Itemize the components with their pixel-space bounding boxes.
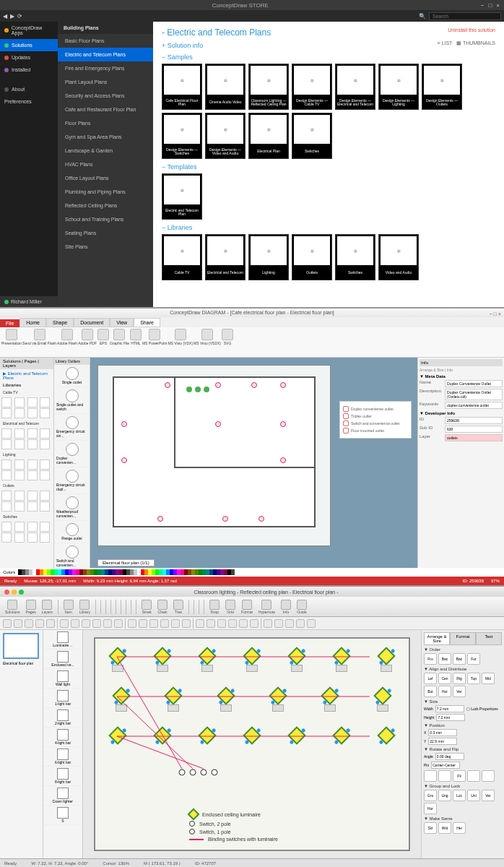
outlet[interactable]	[222, 516, 228, 522]
luminaire[interactable]	[377, 647, 395, 665]
shape-stencil[interactable]	[40, 470, 50, 480]
shape-stencil[interactable]	[40, 522, 50, 532]
outlet[interactable]	[121, 457, 127, 463]
tool-icon[interactable]	[307, 619, 316, 628]
toolbar-button[interactable]: Library	[77, 600, 92, 614]
category-item[interactable]: Gym and Spa Area Plans	[58, 130, 153, 144]
inspector-button[interactable]: Loc	[453, 790, 466, 801]
inspector-button[interactable]: Ver	[482, 790, 495, 801]
category-item[interactable]: Seating Plans	[58, 226, 153, 240]
ribbon-button[interactable]: HTML	[130, 329, 142, 355]
luminaire[interactable]	[153, 726, 171, 744]
field-name[interactable]: Duplex Convenience Outlet	[445, 380, 503, 387]
inspector-button[interactable]: Fro	[424, 653, 437, 665]
shape-stencil[interactable]	[14, 501, 25, 512]
tool-icon[interactable]	[239, 619, 248, 628]
close-icon[interactable]: ×	[498, 310, 501, 319]
shape-stencil[interactable]	[14, 428, 25, 439]
toolbar-button[interactable]: Info	[279, 600, 293, 614]
tool-icon[interactable]	[3, 619, 12, 628]
tool-icon[interactable]	[274, 619, 283, 628]
toolbar-button[interactable]: Pages	[24, 600, 38, 614]
outliner-item[interactable]: Weatherproof convenien...	[54, 494, 90, 521]
luminaire[interactable]	[287, 647, 305, 665]
thumbnail-card[interactable]: ▦Design Elements — Electrical and Teleco…	[335, 64, 375, 110]
thumbnail-card[interactable]: ▦Electrical and Telecom	[205, 234, 246, 280]
shape-stencil[interactable]	[40, 428, 50, 439]
inspector-button[interactable]: Cen	[438, 673, 451, 684]
shape-stencil[interactable]	[27, 397, 38, 407]
tool-icon[interactable]	[296, 619, 305, 628]
shape-stencil[interactable]	[40, 460, 50, 470]
tool-icon[interactable]	[35, 619, 44, 628]
library-item[interactable]: S	[43, 806, 82, 825]
inspector-button[interactable]: Hor	[424, 803, 437, 814]
category-item[interactable]: Security and Access Plans	[58, 89, 153, 103]
luminaire[interactable]	[153, 647, 171, 665]
height-input[interactable]	[436, 714, 465, 721]
category-item[interactable]: Landscape & Garden	[58, 144, 153, 158]
outlet[interactable]	[280, 457, 286, 463]
shape-stencil[interactable]	[27, 470, 38, 480]
uninstall-link[interactable]: Uninstall this solution	[448, 27, 495, 33]
shape-stencil[interactable]	[1, 397, 12, 407]
luminaire[interactable]	[373, 686, 391, 704]
thumbnail-card[interactable]: ▦Cinema Audio Video	[205, 64, 246, 110]
luminaire[interactable]	[321, 686, 339, 704]
outlet[interactable]	[215, 382, 221, 388]
shape-stencil[interactable]	[14, 439, 25, 449]
inspector-button[interactable]: Top	[467, 673, 480, 684]
thumbnail-card[interactable]: ▦Classroom Lighting — Reflected Ceiling …	[248, 64, 289, 110]
inspector-button[interactable]: Bac	[438, 653, 451, 665]
luminaire[interactable]	[243, 647, 261, 665]
shape-stencil[interactable]	[27, 491, 38, 501]
shape-stencil[interactable]	[14, 460, 25, 470]
ribbon-button[interactable]: MS PowerPoint	[142, 329, 167, 355]
luminaire[interactable]	[108, 726, 126, 744]
outliner-item[interactable]: Switch and convenien...	[54, 543, 90, 568]
field-keywords[interactable]: duplex convenience outlet	[445, 402, 503, 409]
luminaire[interactable]	[243, 726, 261, 744]
ribbon-button[interactable]: MS Visio (VDX)	[168, 329, 193, 355]
thumbnail-card[interactable]: ▦Switches	[292, 113, 332, 159]
inspector-button[interactable]: Hor	[438, 686, 451, 697]
inspector-button[interactable]: Fli	[453, 770, 466, 782]
tool-icon[interactable]	[171, 619, 180, 628]
shape-stencil[interactable]	[14, 532, 25, 543]
tool-icon[interactable]	[103, 619, 112, 628]
tab-file[interactable]: File	[0, 319, 19, 327]
outlet[interactable]	[121, 421, 127, 427]
tool-icon[interactable]	[264, 619, 272, 628]
user-badge[interactable]: Richard Miller	[0, 296, 58, 307]
inspector-button[interactable]	[482, 770, 495, 782]
minimize-icon[interactable]: −	[481, 2, 485, 9]
toolbar-button[interactable]: Format	[239, 600, 255, 614]
minimize-icon[interactable]	[12, 590, 17, 595]
outliner-item[interactable]: Emergency circuit sin...	[54, 414, 90, 441]
library-item[interactable]: Enclosed ce...	[43, 650, 82, 669]
nav-solutions[interactable]: Solutions	[0, 39, 58, 51]
canvas[interactable]: Duplex convenience outletTriplex outletS…	[90, 358, 417, 568]
canvas[interactable]: Enclosed ceiling luminaireSwitch, 2 pole…	[83, 630, 421, 858]
section-samples[interactable]: − Samples	[162, 53, 495, 61]
tab-shape[interactable]: Shape	[46, 318, 74, 327]
ribbon-button[interactable]: Graphic File	[110, 329, 129, 355]
tab-share[interactable]: Share	[134, 318, 160, 327]
ribbon-button[interactable]: Presentation	[1, 329, 22, 355]
tool-icon[interactable]	[196, 619, 204, 628]
tool-icon[interactable]	[160, 619, 169, 628]
category-item[interactable]: Office Layout Plans	[58, 171, 153, 185]
shape-stencil[interactable]	[14, 491, 25, 501]
color-swatch[interactable]	[231, 569, 235, 575]
luminaire[interactable]	[377, 726, 395, 744]
tool-icon[interactable]	[182, 619, 191, 628]
outliner-item[interactable]: Single outlet and switch	[54, 387, 90, 414]
field-layer[interactable]: outlets	[445, 434, 503, 441]
shape-stencil[interactable]	[40, 408, 50, 418]
outliner-item[interactable]: Single outlet	[54, 365, 90, 387]
inspector-button[interactable]: Rig	[453, 673, 466, 684]
thumbnail-card[interactable]: ▦Design Elements — Lighting	[378, 64, 419, 110]
toolbar-button[interactable]: Smart	[139, 600, 154, 614]
nav-prefs[interactable]: Preferences	[0, 95, 58, 108]
thumbnail-card[interactable]: ▦Design Elements — Cable TV	[292, 64, 332, 110]
